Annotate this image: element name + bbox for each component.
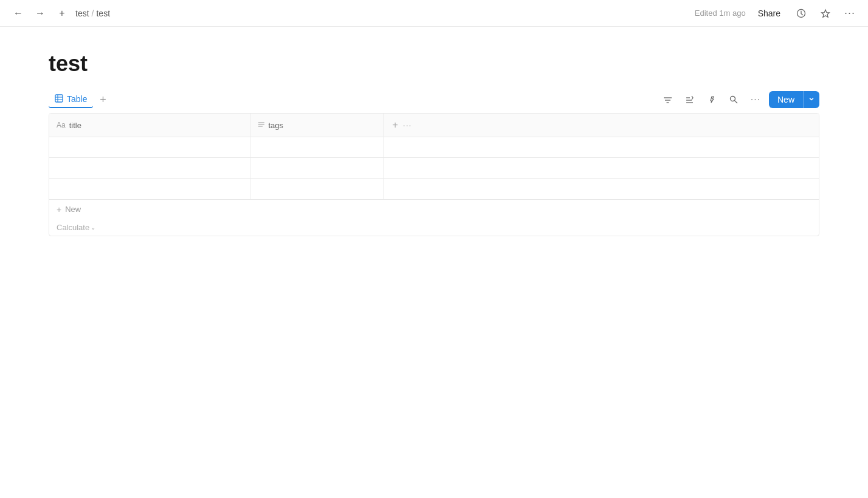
filter-icon xyxy=(663,95,672,104)
column-more-button[interactable]: ··· xyxy=(402,119,413,131)
add-row-label: New xyxy=(65,205,81,214)
view-bar: Table + xyxy=(49,91,819,108)
page-title: test xyxy=(49,51,819,77)
view-bar-right: ··· New xyxy=(660,91,819,108)
forward-button[interactable]: → xyxy=(32,5,49,22)
search-button[interactable] xyxy=(725,91,742,108)
table-row xyxy=(49,158,819,179)
dropdown-chevron-icon xyxy=(808,96,815,102)
nav-left: ← → + test / test xyxy=(10,5,110,22)
main-content: test Table + xyxy=(0,27,868,236)
nav-right: Edited 1m ago Share ··· xyxy=(695,5,858,22)
add-column-header: + ··· xyxy=(384,114,819,137)
title-column-header[interactable]: Aa title xyxy=(49,114,250,137)
sort-icon xyxy=(685,95,694,104)
share-button[interactable]: Share xyxy=(753,6,785,21)
add-column-button[interactable]: + xyxy=(391,118,399,132)
title-col-icon: Aa xyxy=(57,121,66,129)
add-row-icon: + xyxy=(57,205,61,214)
edited-timestamp: Edited 1m ago xyxy=(695,9,746,18)
star-icon xyxy=(821,9,830,18)
calculate-chevron-icon: ⌄ xyxy=(91,224,95,231)
add-view-button[interactable]: + xyxy=(95,92,110,107)
filter-button[interactable] xyxy=(660,91,677,108)
automation-button[interactable] xyxy=(703,91,720,108)
table-view-label: Table xyxy=(67,94,87,104)
more-toolbar-icon: ··· xyxy=(751,94,760,105)
view-bar-left: Table + xyxy=(49,92,110,108)
table-header-row: Aa title xyxy=(49,114,819,137)
row-1-extra-cell xyxy=(384,137,819,158)
row-3-title-cell[interactable] xyxy=(49,179,250,199)
new-page-button[interactable]: + xyxy=(53,5,71,22)
table-view-icon xyxy=(55,94,63,104)
svg-point-13 xyxy=(730,97,735,101)
row-2-extra-cell xyxy=(384,158,819,179)
breadcrumb-item-2[interactable]: test xyxy=(96,9,110,18)
row-3-tags-cell[interactable] xyxy=(250,179,384,199)
table-row xyxy=(49,137,819,158)
breadcrumb-item-1[interactable]: test xyxy=(75,9,89,18)
top-nav-bar: ← → + test / test Edited 1m ago Share ··… xyxy=(0,0,868,27)
calculate-button[interactable]: Calculate ⌄ xyxy=(49,219,819,236)
row-2-title-cell[interactable] xyxy=(49,158,250,179)
breadcrumb: test / test xyxy=(75,9,110,18)
new-record-dropdown-button[interactable] xyxy=(803,91,819,108)
calculate-label: Calculate xyxy=(57,223,89,232)
tags-col-icon xyxy=(258,121,265,130)
svg-line-14 xyxy=(734,101,737,104)
history-icon xyxy=(796,9,806,18)
row-2-tags-cell[interactable] xyxy=(250,158,384,179)
new-button-group: New xyxy=(769,91,819,108)
more-toolbar-button[interactable]: ··· xyxy=(747,91,764,108)
svg-rect-2 xyxy=(55,95,63,102)
automation-icon xyxy=(708,95,716,104)
new-record-button[interactable]: New xyxy=(769,91,803,108)
more-options-icon: ··· xyxy=(844,7,855,19)
database-table: Aa title xyxy=(49,113,819,236)
search-icon xyxy=(729,95,738,104)
row-1-title-cell[interactable] xyxy=(49,137,250,158)
svg-marker-1 xyxy=(822,10,830,18)
tags-col-label: tags xyxy=(269,121,284,130)
favorite-button[interactable] xyxy=(817,5,834,22)
row-1-tags-cell[interactable] xyxy=(250,137,384,158)
title-col-label: title xyxy=(69,121,81,130)
table-row xyxy=(49,179,819,199)
tags-column-header[interactable]: tags xyxy=(250,114,384,137)
history-button[interactable] xyxy=(793,5,810,22)
more-options-button[interactable]: ··· xyxy=(841,5,858,22)
sort-button[interactable] xyxy=(681,91,698,108)
breadcrumb-separator: / xyxy=(92,9,94,18)
table-view-tab[interactable]: Table xyxy=(49,92,93,108)
add-row-button[interactable]: + New xyxy=(49,199,819,219)
back-button[interactable]: ← xyxy=(10,5,27,22)
row-3-extra-cell xyxy=(384,179,819,199)
